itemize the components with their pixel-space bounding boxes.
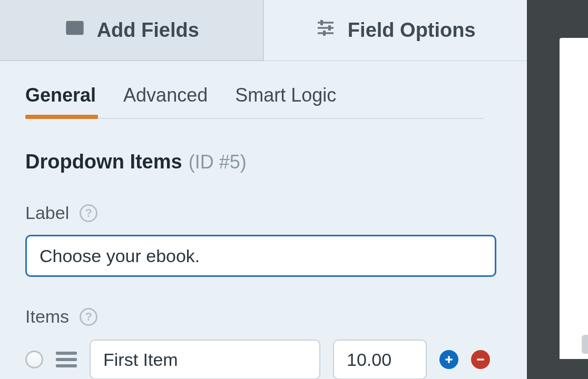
svg-rect-14 (445, 358, 452, 360)
tab-field-options[interactable]: Field Options (263, 0, 527, 61)
help-icon[interactable]: ? (80, 308, 97, 326)
svg-rect-3 (67, 27, 70, 28)
add-item-button[interactable] (439, 350, 458, 369)
section-id-text: (ID #5) (189, 151, 247, 173)
sub-tab-advanced[interactable]: Advanced (123, 78, 208, 118)
label-input[interactable] (25, 235, 496, 277)
svg-rect-8 (320, 20, 323, 25)
sliders-icon (315, 17, 336, 43)
default-item-radio[interactable] (25, 351, 43, 368)
label-caption: Label (25, 203, 69, 223)
sub-tabs: General Advanced Smart Logic (25, 78, 484, 119)
items-field-group: Items ? (25, 306, 502, 379)
svg-rect-9 (318, 27, 334, 28)
svg-rect-4 (72, 27, 81, 28)
svg-rect-15 (477, 358, 484, 360)
tab-add-fields-label: Add Fields (97, 19, 199, 42)
app-background-strip (527, 0, 588, 379)
form-preview-edge (560, 38, 588, 359)
svg-rect-2 (72, 24, 81, 25)
svg-rect-6 (72, 31, 81, 32)
section-heading: Dropdown Items (ID #5) (25, 151, 502, 173)
svg-rect-12 (323, 31, 326, 36)
field-options-panel: Add Fields Field Options General Advance… (0, 0, 527, 379)
svg-rect-10 (328, 25, 331, 31)
panel-content: General Advanced Smart Logic Dropdown It… (0, 61, 527, 379)
item-price-input[interactable] (333, 340, 427, 379)
list-icon (64, 17, 85, 43)
sub-tab-general[interactable]: General (25, 78, 96, 118)
label-field-group: Label ? (25, 203, 502, 277)
item-name-input[interactable] (90, 340, 320, 379)
svg-rect-7 (318, 22, 334, 23)
items-caption: Items (25, 306, 69, 327)
remove-item-button[interactable] (471, 350, 490, 369)
tab-add-fields[interactable]: Add Fields (0, 0, 263, 61)
tab-field-options-label: Field Options (348, 19, 476, 42)
drag-handle-icon[interactable] (56, 349, 77, 370)
sub-tab-smart-logic[interactable]: Smart Logic (235, 78, 336, 118)
panel-top-tabs: Add Fields Field Options (0, 0, 527, 61)
section-title-text: Dropdown Items (25, 151, 182, 173)
svg-rect-5 (67, 31, 70, 32)
svg-rect-1 (67, 24, 70, 25)
preview-handle-icon (582, 335, 588, 354)
help-icon[interactable]: ? (80, 204, 97, 222)
item-row (25, 340, 502, 379)
